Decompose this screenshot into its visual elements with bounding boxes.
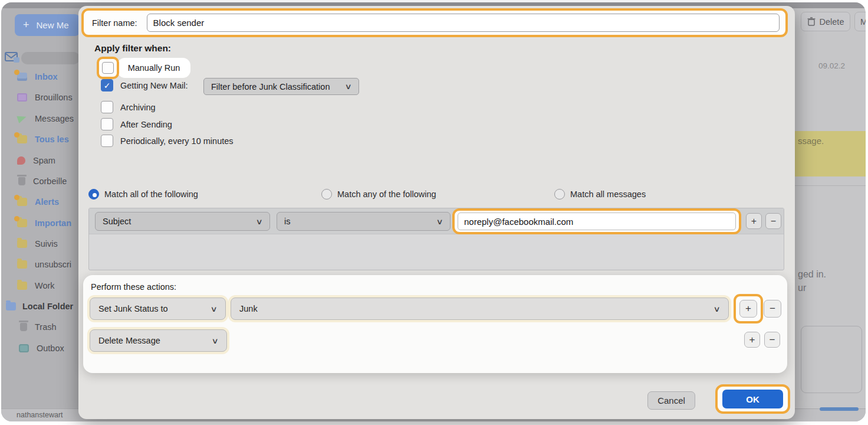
- getting-new-mail-checkbox[interactable]: ✓: [101, 79, 113, 91]
- action-value-dropdown[interactable]: Junk ∨: [231, 298, 729, 320]
- filter-name-label: Filter name:: [92, 18, 137, 28]
- cancel-button[interactable]: Cancel: [647, 391, 695, 410]
- condition-value-input[interactable]: noreply@facebookmail.com: [458, 212, 736, 230]
- chevron-down-icon: ∨: [436, 217, 443, 226]
- periodically-row: Periodically, every 10 minutes: [101, 135, 234, 147]
- condition-operator-dropdown[interactable]: is ∨: [277, 212, 451, 231]
- ok-button-highlight: OK: [715, 384, 790, 414]
- more-label: Mo: [860, 17, 866, 27]
- action-type-dropdown[interactable]: Set Junk Status to ∨: [90, 298, 226, 320]
- folder-icon: [17, 260, 27, 269]
- sent-icon: [17, 115, 27, 123]
- after-sending-label: After Sending: [120, 120, 172, 129]
- minus-icon: −: [770, 303, 775, 315]
- getting-new-mail-label: Getting New Mail:: [120, 81, 188, 90]
- folder-icon: [17, 219, 27, 227]
- conditions-list: Subject ∨ is ∨ noreply@facebookmail.com …: [88, 208, 784, 270]
- add-action-button[interactable]: +: [739, 300, 757, 318]
- ok-button[interactable]: OK: [722, 390, 783, 408]
- folder-icon: [17, 282, 27, 290]
- body-text-fragment: ged in.: [798, 269, 826, 280]
- trash-icon: [807, 17, 816, 26]
- account-name: nathanstewart: [17, 411, 63, 419]
- radio-icon[interactable]: [321, 189, 332, 200]
- screen: nathanstewart + New Me Inbox Brouillons …: [0, 0, 868, 425]
- local-folders-icon: [6, 302, 16, 310]
- new-message-label: New Me: [37, 20, 69, 30]
- archiving-checkbox[interactable]: [101, 101, 113, 113]
- trash-icon: [18, 177, 25, 185]
- plus-icon: +: [749, 334, 755, 346]
- search-input[interactable]: [21, 52, 80, 64]
- add-action-highlight: +: [734, 294, 763, 323]
- inbox-icon: [17, 73, 27, 81]
- message-outline-box: [801, 326, 862, 393]
- plus-icon: +: [23, 19, 29, 31]
- apply-filter-heading: Apply filter when:: [94, 43, 171, 54]
- actions-panel: Perform these actions: Set Junk Status t…: [83, 275, 787, 373]
- folder-icon: [17, 240, 27, 248]
- radio-selected-icon[interactable]: [88, 189, 99, 200]
- remove-action-button[interactable]: −: [764, 332, 780, 348]
- spam-icon: [17, 156, 25, 165]
- folder-icon: [17, 198, 27, 206]
- actions-heading: Perform these actions:: [91, 282, 176, 292]
- filter-name-row-highlight: Filter name: Block sender: [81, 8, 788, 37]
- plus-icon: +: [751, 216, 757, 227]
- chevron-down-icon: ∨: [211, 305, 218, 313]
- delete-label: Delete: [820, 17, 844, 27]
- radio-icon[interactable]: [554, 189, 565, 200]
- action-type-dropdown[interactable]: Delete Message ∨: [90, 329, 227, 352]
- minus-icon: −: [770, 334, 775, 346]
- trash-icon: [20, 323, 27, 331]
- chevron-down-icon: ∨: [256, 217, 263, 226]
- archiving-label: Archiving: [120, 103, 156, 112]
- match-all-option[interactable]: Match all of the following: [88, 189, 198, 200]
- match-options-row: Match all of the following Match any of …: [78, 189, 795, 201]
- add-action-button[interactable]: +: [744, 332, 760, 348]
- add-condition-button[interactable]: +: [746, 213, 762, 229]
- message-date: 09.02.2: [818, 61, 866, 70]
- condition-value-highlight: noreply@facebookmail.com: [452, 208, 741, 234]
- junk-classification-dropdown[interactable]: Filter before Junk Classification ∨: [203, 78, 359, 95]
- manually-run-label: Manually Run: [117, 58, 190, 78]
- outbox-icon: [19, 344, 29, 352]
- folder-icon: [17, 135, 27, 143]
- plus-icon: +: [745, 303, 751, 315]
- check-icon: ✓: [104, 81, 111, 90]
- minus-icon: −: [771, 216, 776, 227]
- remove-action-button[interactable]: −: [764, 300, 781, 318]
- chevron-down-icon: ∨: [714, 305, 721, 313]
- chevron-down-icon: ∨: [345, 82, 352, 91]
- more-button[interactable]: Mo: [854, 12, 866, 31]
- getting-new-mail-row: ✓ Getting New Mail:: [101, 79, 188, 91]
- periodically-label: Periodically, every 10 minutes: [120, 136, 234, 146]
- pane-divider: [795, 185, 866, 186]
- remove-condition-button[interactable]: −: [765, 213, 781, 229]
- after-sending-row: After Sending: [101, 118, 172, 130]
- new-message-button[interactable]: + New Me: [15, 14, 80, 36]
- drafts-icon: [17, 93, 27, 102]
- chevron-down-icon: ∨: [212, 336, 219, 345]
- after-sending-checkbox[interactable]: [101, 118, 113, 130]
- condition-field-dropdown[interactable]: Subject ∨: [95, 212, 270, 231]
- periodically-checkbox[interactable]: [101, 135, 113, 147]
- filter-name-input[interactable]: Block sender: [147, 14, 780, 32]
- match-all-messages-option[interactable]: Match all messages: [554, 189, 646, 200]
- manually-run-checkbox[interactable]: [102, 62, 114, 74]
- manually-run-highlight: [97, 57, 119, 79]
- archiving-row: Archiving: [101, 101, 156, 113]
- link-bar: [820, 407, 859, 411]
- message-banner: ssage.: [795, 131, 866, 176]
- filter-rules-dialog: Filter name: Block sender Apply filter w…: [78, 6, 795, 419]
- mail-filter-icon: [5, 51, 20, 64]
- match-any-option[interactable]: Match any of the following: [321, 189, 436, 200]
- body-text-fragment: ur: [798, 283, 806, 293]
- banner-text-fragment: ssage.: [798, 136, 824, 146]
- delete-button[interactable]: Delete: [801, 12, 850, 31]
